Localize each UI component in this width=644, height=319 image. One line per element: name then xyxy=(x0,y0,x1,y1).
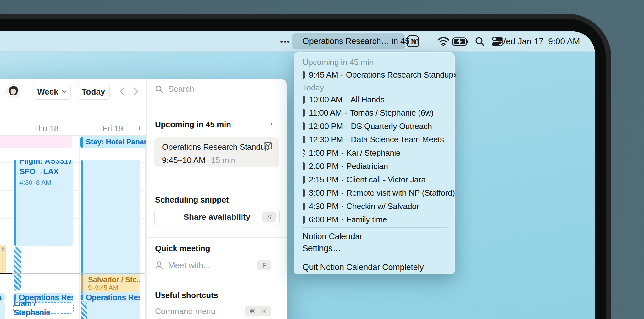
event-time: 4:30 PM xyxy=(309,202,339,211)
card-time: 9:45–10 AM xyxy=(162,155,206,165)
event-time: 9:45 AM xyxy=(309,70,338,80)
event-flight[interactable]: Flight: AS3317 SFO→LAX 4:30–8 AM xyxy=(14,160,73,246)
dropdown-event-item[interactable]: 12:00 PM · DS Quarterly Outreach xyxy=(294,120,455,133)
event-title: DS Quarterly Outreach xyxy=(351,122,432,131)
event-allday-stay[interactable]: Stay: Hotel Panamer xyxy=(80,136,147,148)
notion-menu-icon[interactable]: N xyxy=(407,35,419,47)
calendar-header: Week Today Thu 18 Fri 19 xyxy=(0,79,145,135)
day-header-fri[interactable]: Fri 19 xyxy=(103,124,123,133)
allday-row-border xyxy=(0,135,145,136)
notion-calendar-status-item[interactable]: Operations Research… in 45 m xyxy=(292,33,405,49)
event-flight-route: SFO→LAX xyxy=(19,166,73,177)
event-separator: · xyxy=(345,95,348,105)
battery-charging-icon[interactable] xyxy=(452,31,469,51)
event-flight-title: Flight: AS3317 xyxy=(19,160,73,166)
search-input[interactable]: Search xyxy=(155,84,194,94)
dropdown-event-item[interactable]: 4:30 PM · Checkin w/ Salvador xyxy=(294,200,455,213)
event-dropoff-clipped[interactable]: ff xyxy=(0,245,6,273)
event-time: 3:00 PM xyxy=(309,188,339,198)
meet-with-input[interactable]: Meet with... F xyxy=(155,258,279,272)
event-title: Data Science Team Meets xyxy=(351,135,444,144)
column-divider xyxy=(145,135,146,319)
view-selector-button[interactable]: Week xyxy=(33,84,71,100)
menu-divider xyxy=(302,257,447,257)
event-color-bar xyxy=(303,216,305,224)
event-time: 12:00 PM xyxy=(309,122,343,131)
upcoming-header: Upcoming in 45 min xyxy=(155,120,231,129)
event-color-bar xyxy=(303,136,305,143)
event-color-bar xyxy=(303,176,305,184)
wifi-icon[interactable] xyxy=(436,31,451,51)
event-wed-blue-clipped[interactable] xyxy=(0,302,5,319)
event-dropoff-text: ff xyxy=(1,246,5,253)
meet-key-badge: F xyxy=(257,260,271,270)
share-availability-button[interactable]: Share availability S xyxy=(154,209,280,225)
sidebar-divider xyxy=(147,284,287,284)
dropdown-event-item[interactable]: 2:15 PM · Client call - Victor Jara xyxy=(294,173,455,187)
column-divider xyxy=(79,135,80,319)
dropdown-event-item[interactable]: 10:00 AM · All Hands xyxy=(294,93,455,106)
event-title: Kai / Stephanie xyxy=(346,148,400,158)
day-header-thu[interactable]: Thu 18 xyxy=(33,124,58,133)
spotlight-search-icon[interactable] xyxy=(474,31,486,51)
menu-item-notion-calendar[interactable]: Notion Calendar xyxy=(303,232,363,241)
menu-item-quit[interactable]: Quit Notion Calendar Completely xyxy=(303,262,424,272)
shortcuts-header: Useful shortcuts xyxy=(155,290,218,300)
dropdown-event-item[interactable]: 11:00 AM · Tomás / Stephanie (6w) xyxy=(294,106,455,120)
desk-background: Flight: AS3317 SFO→LAX 4:30–8 AM Salvado… xyxy=(0,0,644,319)
event-busy-block-fri[interactable] xyxy=(80,302,87,319)
search-placeholder: Search xyxy=(168,84,194,94)
event-color-bar xyxy=(303,203,305,210)
event-title: Client call - Victor Jara xyxy=(346,175,425,185)
current-time-line-extended xyxy=(12,273,145,274)
event-busy-block-thu[interactable] xyxy=(14,247,21,291)
event-flight-time: 4:30–8 AM xyxy=(19,179,73,186)
event-time: 12:30 PM xyxy=(309,135,343,144)
share-key-badge: S xyxy=(262,212,276,222)
event-salvador[interactable]: Salvador / Ste... 9–9:45 AM xyxy=(80,275,140,292)
menu-bar-clock[interactable]: Wed Jan 17 9:00 AM xyxy=(497,31,580,51)
k-key-badge: K xyxy=(257,306,271,316)
prev-button[interactable] xyxy=(117,86,127,96)
event-color-bar xyxy=(303,109,305,117)
event-title: Tomás / Stephanie (6w) xyxy=(350,108,434,118)
dropdown-event-item[interactable]: 3:00 PM · Remote visit with NP (Stafford… xyxy=(294,187,455,200)
next-button[interactable] xyxy=(131,86,141,96)
event-salvador-time: 9–9:45 AM xyxy=(88,284,140,291)
menu-divider xyxy=(302,227,447,228)
upcoming-event-card[interactable]: Operations Research Standup 9:45–10 AM 1… xyxy=(154,137,279,167)
dropdown-event-item[interactable]: 2:00 PM · Pediatrician xyxy=(294,160,455,173)
current-time-line xyxy=(0,273,12,274)
upcoming-arrow-icon[interactable]: → xyxy=(265,118,274,128)
event-time: 1:00 PM xyxy=(309,148,339,158)
event-liam[interactable]: Liam / Stephanie xyxy=(13,302,74,314)
menu-item-settings[interactable]: Settings… xyxy=(303,244,341,253)
screen: Flight: AS3317 SFO→LAX 4:30–8 AM Salvado… xyxy=(0,31,595,319)
status-item-label: Operations Research… in 45 m xyxy=(303,36,419,46)
menu-bar-overflow-icon[interactable]: ••• xyxy=(278,31,292,51)
upcoming-event-item[interactable]: 9:45 AM · Operations Research Standup › xyxy=(294,68,455,82)
meet-with-placeholder: Meet with... xyxy=(168,261,210,270)
event-salvador-title: Salvador / Ste... xyxy=(88,275,140,284)
event-ops-wed-clipped[interactable]: ea xyxy=(0,293,5,302)
event-separator: · xyxy=(341,161,344,171)
command-menu-row[interactable]: Command menu ⌘ K xyxy=(155,305,279,317)
allday-expand-icon[interactable]: ± xyxy=(137,124,142,133)
mail-icon[interactable] xyxy=(264,142,272,149)
avatar[interactable] xyxy=(6,84,20,98)
notion-calendar-window: Flight: AS3317 SFO→LAX 4:30–8 AM Salvado… xyxy=(0,79,287,319)
event-allday-pink[interactable] xyxy=(0,136,72,148)
dropdown-event-item[interactable]: 12:30 PM · Data Science Team Meets xyxy=(294,133,455,147)
chevron-down-icon xyxy=(62,90,67,93)
person-icon xyxy=(155,261,163,270)
dropdown-event-item[interactable]: 1:00 PM · Kai / Stephanie xyxy=(294,146,455,160)
today-button[interactable]: Today xyxy=(77,84,110,100)
event-separator: · xyxy=(341,175,344,185)
event-time: 2:15 PM xyxy=(309,175,339,185)
event-separator: · xyxy=(341,188,344,198)
chevron-right-icon: › xyxy=(453,69,457,80)
event-separator: · xyxy=(341,215,344,224)
event-ops-fri[interactable]: Operations Resea xyxy=(80,293,140,302)
event-title: Pediatrician xyxy=(346,161,388,171)
dropdown-event-item[interactable]: 6:00 PM · Family time xyxy=(294,213,455,227)
